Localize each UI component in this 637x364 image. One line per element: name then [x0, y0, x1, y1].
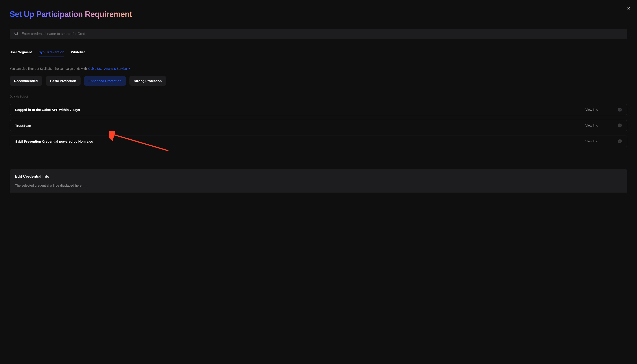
quickly-select-label: Quickly Select — [10, 95, 627, 98]
credential-right: View Info — [586, 108, 622, 112]
search-input[interactable] — [22, 32, 623, 36]
credential-right: View Info — [586, 124, 622, 128]
external-link-icon — [128, 67, 130, 70]
page-title: Set Up Participation Requirement — [10, 10, 132, 19]
svg-line-4 — [128, 68, 130, 69]
info-message: You can also filter out Sybil after the … — [10, 67, 87, 70]
check-icon[interactable] — [618, 124, 622, 128]
info-text: You can also filter out Sybil after the … — [10, 67, 627, 70]
edit-description: The selected credential will be displaye… — [15, 184, 622, 187]
credential-name: Logged in to the Galxe APP within 7 days — [15, 108, 80, 112]
view-info-link[interactable]: View Info — [586, 124, 598, 127]
view-info-link[interactable]: View Info — [586, 108, 598, 111]
tab-user-segment[interactable]: User Segment — [10, 50, 32, 57]
edit-credential-section: Edit Credential Info The selected creden… — [10, 169, 627, 192]
tabs-container: User Segment Sybil Prevention Whitelist — [10, 50, 627, 57]
credential-item[interactable]: Sybil Prevention Credential powered by N… — [10, 136, 627, 147]
protection-basic[interactable]: Basic Protection — [46, 76, 80, 86]
protection-buttons: Recommended Basic Protection Enhanced Pr… — [10, 76, 627, 86]
search-wrapper — [10, 28, 627, 39]
protection-recommended[interactable]: Recommended — [10, 76, 42, 86]
credential-item[interactable]: TrustScan View Info — [10, 120, 627, 131]
credential-name: TrustScan — [15, 124, 31, 128]
svg-line-3 — [17, 34, 18, 35]
check-icon[interactable] — [618, 139, 622, 143]
tab-whitelist[interactable]: Whitelist — [71, 50, 85, 57]
tab-sybil-prevention[interactable]: Sybil Prevention — [38, 50, 64, 57]
credential-right: View Info — [586, 139, 622, 143]
view-info-link[interactable]: View Info — [586, 140, 598, 143]
protection-enhanced[interactable]: Enhanced Protection — [84, 76, 126, 86]
svg-point-2 — [15, 32, 18, 35]
info-link[interactable]: Galxe User Analysis Service — [88, 67, 130, 70]
info-link-label: Galxe User Analysis Service — [88, 67, 127, 70]
credential-list: Logged in to the Galxe APP within 7 days… — [10, 104, 627, 147]
credential-item[interactable]: Logged in to the Galxe APP within 7 days… — [10, 104, 627, 115]
search-icon — [14, 31, 18, 36]
close-button[interactable] — [626, 5, 632, 12]
close-icon — [626, 8, 631, 11]
edit-title: Edit Credential Info — [15, 174, 622, 179]
credential-name: Sybil Prevention Credential powered by N… — [15, 140, 93, 143]
check-icon[interactable] — [618, 108, 622, 112]
protection-strong[interactable]: Strong Protection — [130, 76, 166, 86]
